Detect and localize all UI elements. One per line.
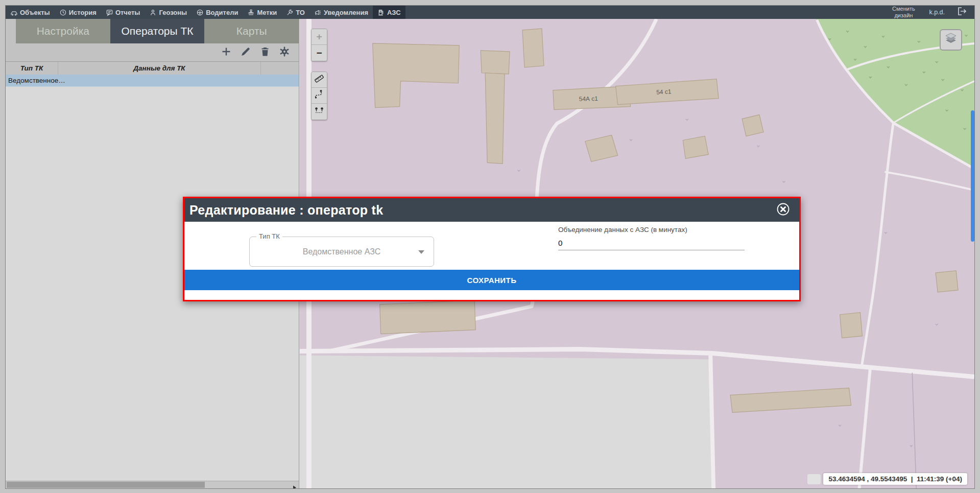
type-tk-value: Ведомственное АЗС	[250, 237, 434, 266]
nav-item-label: Объекты	[20, 9, 50, 16]
wrench-icon	[286, 9, 294, 16]
panel-toolbar	[6, 43, 299, 62]
fuel-pump-icon	[377, 9, 385, 16]
pencil-icon	[240, 46, 251, 59]
vertical-scrollbar[interactable]	[971, 110, 974, 242]
nav-item-maintenance[interactable]: ТО	[281, 6, 309, 19]
add-button[interactable]	[220, 46, 232, 59]
building-label-54a: 54А с1	[579, 95, 599, 103]
measure-tools	[311, 72, 327, 120]
trash-icon	[259, 46, 271, 59]
modal-close-button[interactable]	[776, 202, 790, 218]
route-icon	[314, 89, 325, 103]
modal-title: Редактирование : оператор tk	[189, 203, 383, 218]
type-tk-select[interactable]: Тип ТК Ведомственное АЗС	[249, 237, 434, 267]
nav-item-label: Метки	[257, 9, 277, 16]
chevron-down-icon	[418, 250, 424, 254]
merge-minutes-label: Объединение данных с АЗС (в минутах)	[558, 226, 687, 233]
modal-body: Тип ТК Ведомственное АЗС Объединение дан…	[184, 222, 799, 270]
table-row[interactable]: Ведомственное…	[6, 75, 299, 87]
row-tip-tk-value: Ведомственное…	[8, 77, 65, 84]
modal-footer	[184, 290, 799, 300]
zoom-in-button[interactable]: +	[312, 29, 327, 45]
building-label-54: 54 с1	[656, 88, 672, 96]
objects-icon	[10, 9, 18, 16]
username-label: k.p.d.	[929, 9, 945, 16]
map-statusbar: 53.4634594 , 49.5543495 | 11:41:39 (+04)	[807, 473, 967, 485]
nav-item-reports[interactable]: Отчеты	[101, 6, 145, 19]
statusbar-stub	[807, 474, 821, 484]
ruler-tool-button[interactable]	[312, 72, 327, 88]
nav-right-section: Сменить дизайн k.p.d.	[889, 6, 974, 19]
panel-tabs: Настройка Операторы ТК Карты	[6, 19, 299, 43]
coordinates-time-label: 53.4634594 , 49.5543495 | 11:41:39 (+04)	[823, 473, 967, 485]
merge-minutes-input[interactable]	[558, 236, 745, 250]
nav-item-notifications[interactable]: Уведомления	[309, 6, 373, 19]
nav-item-label: Отчеты	[115, 9, 140, 16]
edit-operator-modal: Редактирование : оператор tk Тип ТК Ведо…	[183, 197, 801, 301]
column-header-dannye[interactable]: Данные для ТК	[58, 62, 261, 75]
zoom-control: + −	[311, 29, 327, 61]
edit-button[interactable]	[240, 46, 252, 59]
column-header-tip-tk[interactable]: Тип ТК	[6, 62, 58, 75]
ruler-icon	[314, 73, 325, 87]
gear-icon	[279, 46, 290, 59]
points-distance-icon	[314, 105, 325, 119]
table-header: Тип ТК Данные для ТК	[6, 62, 299, 75]
logout-icon	[956, 6, 967, 18]
scrollbar-thumb[interactable]	[7, 482, 205, 488]
nav-item-geozones[interactable]: Геозоны	[145, 6, 192, 19]
reports-icon	[106, 9, 113, 16]
nav-item-objects[interactable]: Объекты	[6, 6, 55, 19]
plus-icon	[221, 46, 232, 59]
history-icon	[59, 9, 67, 16]
megaphone-icon	[314, 9, 322, 16]
tab-karty[interactable]: Карты	[204, 19, 299, 43]
nav-item-label: ТО	[296, 9, 305, 16]
delete-button[interactable]	[259, 46, 271, 59]
nav-item-label: Водители	[206, 9, 238, 16]
top-navigation: Объекты История Отчеты Геозоны Водители …	[6, 6, 974, 19]
nav-item-azs[interactable]: АЗС	[373, 6, 405, 19]
nav-item-tags[interactable]: Метки	[243, 6, 281, 19]
nav-item-history[interactable]: История	[55, 6, 101, 19]
settings-button[interactable]	[278, 46, 291, 59]
zoom-out-button[interactable]: −	[312, 45, 327, 61]
tags-icon	[247, 9, 255, 16]
nav-item-label: История	[69, 9, 97, 16]
drivers-icon	[196, 9, 204, 16]
close-icon	[776, 202, 790, 218]
nav-item-label: Уведомления	[324, 9, 368, 16]
save-button[interactable]: СОХРАНИТЬ	[184, 270, 799, 290]
nav-item-label: Геозоны	[159, 9, 187, 16]
tab-nastroyka[interactable]: Настройка	[16, 19, 110, 43]
map-gray-area	[300, 356, 712, 488]
horizontal-scrollbar[interactable]	[6, 481, 299, 488]
nav-item-drivers[interactable]: Водители	[192, 6, 243, 19]
logout-button[interactable]	[956, 6, 967, 18]
map-controls: + −	[311, 29, 327, 120]
scrollbar-right-arrow-icon[interactable]	[293, 483, 297, 489]
route-tool-button[interactable]	[312, 88, 327, 104]
type-tk-label: Тип ТК	[256, 232, 282, 240]
distance-tool-button[interactable]	[312, 104, 327, 120]
tab-operatory-tk[interactable]: Операторы ТК	[110, 19, 205, 43]
geozones-icon	[149, 9, 157, 16]
layers-button[interactable]	[940, 29, 962, 51]
layers-icon	[943, 32, 959, 48]
nav-item-label: АЗС	[387, 9, 401, 16]
modal-header: Редактирование : оператор tk	[184, 198, 799, 222]
change-design-button[interactable]: Сменить дизайн	[889, 6, 918, 18]
